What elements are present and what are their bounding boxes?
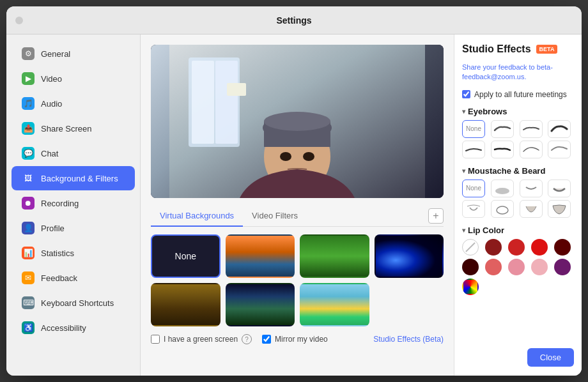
lip-color-dark-crimson[interactable]: [554, 239, 571, 256]
beard-none[interactable]: None: [462, 180, 485, 197]
beard-header[interactable]: ▾ Moustache & Beard: [462, 166, 574, 176]
sidebar-item-chat[interactable]: 💬 Chat: [12, 141, 135, 165]
green-screen-help[interactable]: ?: [242, 334, 252, 344]
green-screen-checkbox[interactable]: [151, 335, 160, 344]
eyebrows-section: ▾ Eyebrows None: [462, 107, 574, 158]
studio-effects-header: Studio Effects BETA: [462, 43, 574, 55]
eyebrow-1-svg: [493, 124, 511, 134]
lip-color-dark-red[interactable]: [485, 239, 502, 256]
tab-video-filters[interactable]: Video Filters: [243, 206, 307, 227]
window-title: Settings: [276, 15, 311, 26]
profile-icon: 👤: [22, 222, 35, 234]
sidebar-item-background-filters[interactable]: 🖼 Background & Filters: [12, 166, 135, 190]
lip-color-bright-red[interactable]: [531, 239, 548, 256]
sidebar-item-profile[interactable]: 👤 Profile: [12, 216, 135, 240]
lip-color-dark-brown[interactable]: [462, 259, 479, 275]
beard-style-1[interactable]: [491, 180, 514, 197]
beard-style-5[interactable]: [491, 200, 514, 218]
lip-color-red[interactable]: [508, 239, 525, 256]
studio-effects-link[interactable]: Studio Effects (Beta): [373, 335, 444, 344]
svg-point-12: [280, 152, 291, 161]
beard-style-7[interactable]: [548, 200, 571, 218]
beard-7-svg: [550, 202, 568, 215]
eyebrow-style-1[interactable]: [491, 120, 514, 138]
eyebrow-style-3[interactable]: [548, 120, 571, 138]
traffic-light-close[interactable]: [15, 17, 23, 24]
beard-style-2[interactable]: [520, 180, 543, 197]
background-none[interactable]: None: [151, 234, 220, 278]
svg-point-13: [303, 152, 314, 161]
background-hotel[interactable]: [151, 283, 220, 326]
lip-color-purple[interactable]: [554, 259, 571, 275]
gear-icon: ⚙: [22, 47, 35, 60]
beard-style-4[interactable]: [462, 200, 485, 218]
eyebrow-4-svg: [465, 144, 483, 155]
background-golden-gate[interactable]: [226, 234, 295, 278]
mirror-video-checkbox[interactable]: [262, 335, 271, 344]
content-area: ⚙ General ▶ Video 🎵 Audio 📤 Share Screen…: [6, 34, 582, 376]
main-content: Virtual Backgrounds Video Filters + None: [141, 34, 454, 376]
svg-point-11: [264, 112, 330, 131]
eyebrow-none[interactable]: None: [462, 120, 485, 138]
lip-color-none[interactable]: [462, 239, 479, 256]
audio-icon: 🎵: [22, 97, 35, 110]
background-aurora[interactable]: [226, 283, 295, 326]
lip-color-pink[interactable]: [508, 259, 525, 275]
beard-1-svg: [493, 182, 511, 195]
feedback-icon: ✉: [22, 271, 35, 284]
background-beach[interactable]: [300, 283, 369, 326]
sidebar-item-keyboard-shortcuts[interactable]: ⌨ Keyboard Shortcuts: [12, 291, 135, 315]
lip-color-rainbow[interactable]: [462, 279, 479, 295]
sidebar-item-video[interactable]: ▶ Video: [12, 66, 135, 91]
sidebar: ⚙ General ▶ Video 🎵 Audio 📤 Share Screen…: [6, 34, 141, 376]
sidebar-item-accessibility[interactable]: ♿ Accessibility: [12, 316, 135, 340]
beta-badge: BETA: [536, 45, 558, 54]
lip-color-chevron: ▾: [462, 227, 465, 234]
tab-virtual-backgrounds[interactable]: Virtual Backgrounds: [151, 206, 243, 227]
beard-grid: None: [462, 180, 574, 218]
eyebrow-6-svg: [522, 144, 540, 155]
eyebrow-style-4[interactable]: [462, 141, 485, 158]
stats-icon: 📊: [22, 247, 35, 259]
sidebar-item-general[interactable]: ⚙ General: [12, 42, 135, 66]
beard-6-svg: [522, 202, 540, 215]
titlebar: Settings: [6, 6, 582, 34]
sidebar-item-share-screen[interactable]: 📤 Share Screen: [12, 116, 135, 141]
keyboard-icon: ⌨: [22, 296, 35, 309]
sidebar-item-recording[interactable]: ⏺ Recording: [12, 191, 135, 215]
recording-icon: ⏺: [22, 197, 35, 210]
beard-2-svg: [522, 182, 540, 195]
eyebrows-header[interactable]: ▾ Eyebrows: [462, 107, 574, 116]
lip-color-light-pink[interactable]: [531, 259, 548, 275]
lip-color-salmon[interactable]: [485, 259, 502, 275]
screen-icon: 📤: [22, 122, 35, 135]
backgrounds-grid: None: [151, 234, 444, 326]
beard-style-3[interactable]: [548, 180, 571, 197]
eyebrow-style-7[interactable]: [548, 141, 571, 158]
beard-chevron: ▾: [462, 167, 465, 174]
background-grass[interactable]: [300, 234, 369, 278]
sidebar-item-audio[interactable]: 🎵 Audio: [12, 91, 135, 116]
beard-4-svg: [465, 202, 483, 215]
bottom-bar: I have a green screen ? Mirror my video …: [151, 334, 444, 344]
svg-rect-4: [215, 61, 238, 144]
eyebrow-style-2[interactable]: [520, 120, 543, 138]
sidebar-item-statistics[interactable]: 📊 Statistics: [12, 241, 135, 265]
studio-effects-panel: Studio Effects BETA Share your feedback …: [454, 34, 582, 376]
eyebrow-style-6[interactable]: [520, 141, 543, 158]
video-icon: ▶: [22, 72, 35, 85]
background-space[interactable]: [375, 234, 444, 278]
feedback-text[interactable]: Share your feedback to beta-feedback@zoo…: [462, 63, 574, 82]
beard-section: ▾ Moustache & Beard None: [462, 166, 574, 218]
close-button[interactable]: Close: [527, 348, 574, 367]
apply-all-checkbox[interactable]: [462, 90, 470, 98]
eyebrow-style-5[interactable]: [491, 141, 514, 158]
lip-color-header[interactable]: ▾ Lip Color: [462, 225, 574, 235]
add-background-button[interactable]: +: [428, 208, 444, 224]
background-icon: 🖼: [22, 172, 35, 185]
mirror-video-option: Mirror my video: [262, 335, 328, 344]
beard-style-6[interactable]: [520, 200, 543, 218]
sidebar-item-feedback[interactable]: ✉ Feedback: [12, 266, 135, 290]
eyebrow-7-svg: [550, 144, 568, 155]
lip-color-section: ▾ Lip Color: [462, 225, 574, 295]
